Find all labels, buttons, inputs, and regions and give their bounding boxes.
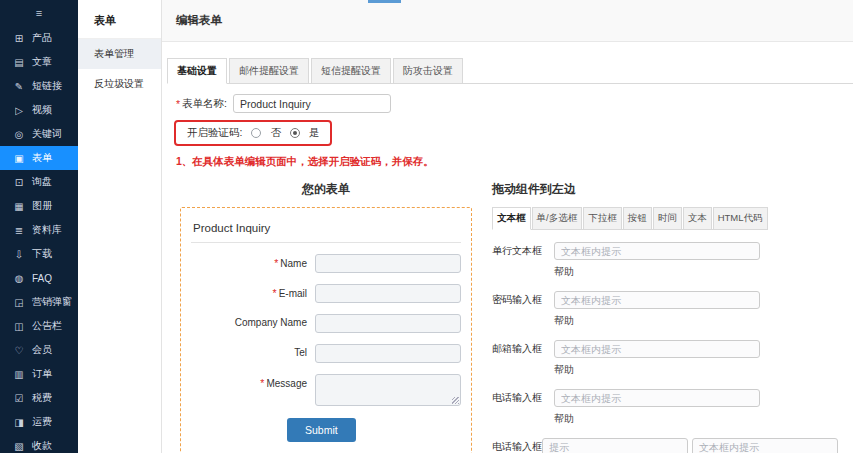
sidebar-item-orders[interactable]: ▥订单 bbox=[0, 362, 78, 386]
sidebar-item-label: FAQ bbox=[32, 273, 52, 284]
hamburger-icon: ≡ bbox=[36, 7, 42, 19]
component-row-email-input[interactable]: 邮箱输入框 bbox=[492, 340, 760, 358]
article-icon: ▤ bbox=[13, 57, 25, 68]
comp-tab-checkbox[interactable]: 单/多选框 bbox=[532, 207, 583, 230]
sidebar-item-label: 收款 bbox=[32, 439, 52, 453]
submenu-item-form-management[interactable]: 表单管理 bbox=[78, 39, 161, 69]
component-input-prefix[interactable] bbox=[542, 438, 688, 453]
shortlink-icon: ✎ bbox=[13, 81, 25, 92]
payment-icon: ▧ bbox=[13, 441, 25, 452]
captcha-radio-yes[interactable] bbox=[290, 128, 300, 138]
captcha-radio-yes-label[interactable]: 是 bbox=[309, 126, 320, 140]
component-help: 帮助 bbox=[554, 314, 760, 328]
field-label-text: E-mail bbox=[279, 288, 307, 299]
comp-tab-text[interactable]: 文本 bbox=[683, 207, 712, 230]
component-row-password-input[interactable]: 密码输入框 bbox=[492, 291, 760, 309]
comp-tab-textbox[interactable]: 文本框 bbox=[492, 207, 531, 230]
sidebar-item-library[interactable]: ≣资料库 bbox=[0, 218, 78, 242]
component-row-single-line-textbox[interactable]: 单行文本框 bbox=[492, 242, 760, 260]
bulletin-icon: ◫ bbox=[13, 321, 25, 332]
tab-basic-settings[interactable]: 基础设置 bbox=[167, 58, 227, 84]
sidebar-item-taxes[interactable]: ☑税费 bbox=[0, 386, 78, 410]
form-icon: ▣ bbox=[13, 153, 25, 164]
sidebar-item-label: 短链接 bbox=[32, 79, 62, 93]
sidebar-item-forms[interactable]: ▣表单 bbox=[0, 146, 78, 170]
page-title: 编辑表单 bbox=[176, 13, 222, 28]
tab-email-reminder-settings[interactable]: 邮件提醒设置 bbox=[229, 58, 309, 84]
sidebar-item-label: 资料库 bbox=[32, 223, 62, 237]
field-label: *Message bbox=[191, 374, 315, 389]
loading-bar bbox=[368, 0, 401, 3]
sidebar-item-inquiries[interactable]: ⊡询盘 bbox=[0, 170, 78, 194]
component-help: 帮助 bbox=[554, 265, 760, 279]
sidebar-item-label: 营销弹窗 bbox=[32, 295, 72, 309]
field-row-message: *Message bbox=[191, 374, 461, 406]
form-name-input[interactable] bbox=[233, 94, 391, 113]
sidebar-item-label: 关键词 bbox=[32, 127, 62, 141]
edit-form-content: 基础设置 邮件提醒设置 短信提醒设置 防攻击设置 * 表单名称: 开启验证码: … bbox=[162, 42, 853, 453]
field-label: *Name bbox=[191, 254, 315, 269]
primary-nav: ⊞产品 ▤文章 ✎短链接 ▷视频 ◎关键词 ▣表单 ⊡询盘 ▦图册 ≣资料库 ⇩… bbox=[0, 26, 78, 453]
sidebar-item-videos[interactable]: ▷视频 bbox=[0, 98, 78, 122]
sidebar-item-articles[interactable]: ▤文章 bbox=[0, 50, 78, 74]
main-content: 编辑表单 基础设置 邮件提醒设置 短信提醒设置 防攻击设置 * 表单名称: 开启… bbox=[162, 0, 853, 453]
sidebar-item-shipping[interactable]: ◨运费 bbox=[0, 410, 78, 434]
sidebar-item-bulletin-board[interactable]: ◫公告栏 bbox=[0, 314, 78, 338]
primary-sidebar: ≡ ⊞产品 ▤文章 ✎短链接 ▷视频 ◎关键词 ▣表单 ⊡询盘 ▦图册 ≣资料库… bbox=[0, 0, 78, 453]
sidebar-item-members[interactable]: ♡会员 bbox=[0, 338, 78, 362]
field-input-company-name[interactable] bbox=[315, 314, 461, 333]
library-icon: ≣ bbox=[13, 225, 25, 236]
form-preview-panel: 您的表单 Product Inquiry *Name *E-mail Compa… bbox=[180, 173, 472, 453]
captcha-radio-no[interactable] bbox=[251, 128, 261, 138]
comp-tab-time[interactable]: 时间 bbox=[653, 207, 682, 230]
form-name-row: * 表单名称: bbox=[176, 94, 853, 113]
field-input-message[interactable] bbox=[315, 374, 461, 406]
component-input[interactable] bbox=[554, 291, 760, 309]
sidebar-item-label: 文章 bbox=[32, 55, 52, 69]
collapse-menu-icon[interactable]: ≡ bbox=[0, 0, 78, 26]
keyword-icon: ◎ bbox=[13, 129, 25, 140]
sidebar-item-label: 税费 bbox=[32, 391, 52, 405]
component-input[interactable] bbox=[554, 340, 760, 358]
required-asterisk: * bbox=[273, 287, 277, 299]
builder-columns: 您的表单 Product Inquiry *Name *E-mail Compa… bbox=[167, 173, 853, 453]
field-label-text: Tel bbox=[294, 347, 307, 358]
sidebar-item-label: 下载 bbox=[32, 247, 52, 261]
captcha-label: 开启验证码: bbox=[187, 126, 242, 140]
sidebar-item-downloads[interactable]: ⇩下载 bbox=[0, 242, 78, 266]
preview-form-title: Product Inquiry bbox=[191, 220, 461, 243]
tab-sms-reminder-settings[interactable]: 短信提醒设置 bbox=[311, 58, 391, 84]
sidebar-item-payments[interactable]: ▧收款 bbox=[0, 434, 78, 453]
component-input[interactable] bbox=[554, 242, 760, 260]
comp-tab-dropdown[interactable]: 下拉框 bbox=[583, 207, 622, 230]
field-input-email[interactable] bbox=[315, 284, 461, 303]
preview-form-box: Product Inquiry *Name *E-mail Company Na… bbox=[180, 207, 472, 453]
comp-tab-button[interactable]: 按钮 bbox=[623, 207, 652, 230]
sidebar-item-keywords[interactable]: ◎关键词 bbox=[0, 122, 78, 146]
field-input-name[interactable] bbox=[315, 254, 461, 273]
component-input[interactable] bbox=[692, 438, 838, 453]
component-row-phone-input[interactable]: 电话输入框 bbox=[492, 389, 760, 407]
sidebar-item-label: 产品 bbox=[32, 31, 52, 45]
sidebar-item-short-links[interactable]: ✎短链接 bbox=[0, 74, 78, 98]
order-icon: ▥ bbox=[13, 369, 25, 380]
sidebar-item-products[interactable]: ⊞产品 bbox=[0, 26, 78, 50]
component-row-phone-input-dual[interactable]: 电话输入框 bbox=[492, 438, 760, 453]
submenu-item-antispam-settings[interactable]: 反垃圾设置 bbox=[78, 69, 161, 99]
video-icon: ▷ bbox=[13, 105, 25, 116]
preview-title: 您的表单 bbox=[180, 181, 472, 198]
inquiry-icon: ⊡ bbox=[13, 177, 25, 188]
component-input[interactable] bbox=[554, 389, 760, 407]
submit-button[interactable]: Submit bbox=[287, 418, 356, 442]
captcha-radio-no-label[interactable]: 否 bbox=[270, 126, 281, 140]
component-label: 密码输入框 bbox=[492, 293, 554, 307]
required-asterisk: * bbox=[274, 257, 278, 269]
sidebar-item-albums[interactable]: ▦图册 bbox=[0, 194, 78, 218]
required-asterisk: * bbox=[176, 98, 180, 110]
main-header: 编辑表单 bbox=[162, 0, 853, 42]
sidebar-item-marketing-popup[interactable]: ◲营销弹窗 bbox=[0, 290, 78, 314]
field-input-tel[interactable] bbox=[315, 344, 461, 363]
comp-tab-html-code[interactable]: HTML代码 bbox=[713, 207, 768, 230]
sidebar-item-faq[interactable]: ◍FAQ bbox=[0, 266, 78, 290]
tab-anti-attack-settings[interactable]: 防攻击设置 bbox=[393, 58, 463, 84]
